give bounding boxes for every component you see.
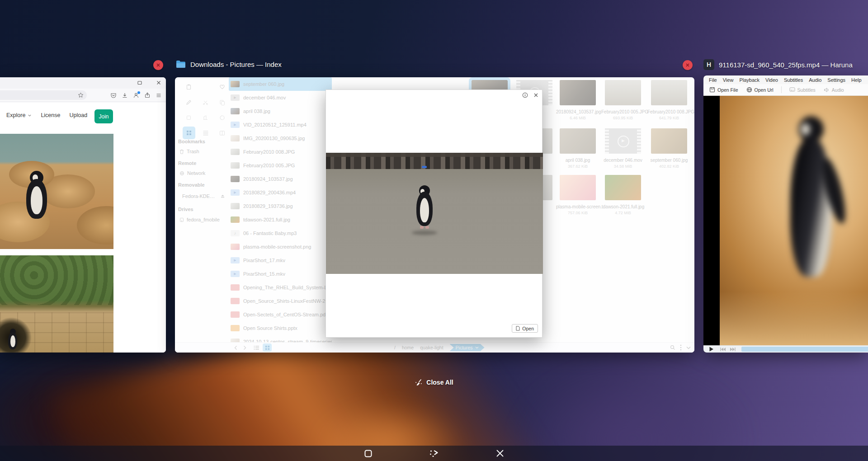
document-icon — [516, 326, 520, 331]
subtitles-icon — [789, 87, 795, 92]
menu-item[interactable]: View — [723, 77, 734, 83]
account-notification-dot — [137, 91, 140, 94]
close-browser-badge[interactable] — [153, 60, 163, 70]
nav-license[interactable]: License — [41, 112, 60, 118]
join-button[interactable]: Join — [94, 109, 113, 123]
rock — [77, 206, 113, 245]
folder-icon — [176, 60, 186, 68]
photo-penguin-stone-wall[interactable] — [0, 255, 113, 353]
haruna-app-icon: H — [703, 59, 714, 70]
haruna-toolbar: Open File Open Url Subtitles Audio — [703, 84, 868, 96]
open-file-button[interactable]: Open File — [707, 86, 741, 94]
nav-upload[interactable]: Upload — [69, 112, 87, 118]
previous-button[interactable] — [720, 347, 726, 352]
window-dolphin[interactable]: Bookmarks Trash Remote Network Removable… — [175, 77, 694, 353]
close-all-button[interactable]: Close All — [415, 378, 453, 386]
chevron-down-icon — [28, 113, 32, 118]
haruna-window-label[interactable]: H 9116137-sd_960_540_25fps.mp4 — Haruna — [703, 59, 853, 70]
toolbar-separator — [781, 86, 782, 93]
haruna-menubar: FileViewPlaybackVideoSubtitlesAudioSetti… — [703, 75, 868, 84]
audio-button[interactable]: Audio — [821, 86, 846, 94]
penguin-figure — [7, 329, 19, 351]
viewer-photo-walking-penguin — [326, 153, 543, 274]
close-window-icon[interactable] — [156, 80, 161, 85]
account-icon[interactable] — [132, 92, 140, 99]
browser-toolbar — [0, 89, 166, 102]
wallpaper-maroon-shade — [0, 343, 231, 461]
haruna-window-title: 9116137-sd_960_540_25fps.mp4 — Haruna — [719, 61, 853, 69]
gesture-nav-bar — [0, 446, 868, 461]
browser-page: Explore License Upload ••• Join — [0, 102, 166, 353]
globe-icon — [746, 87, 752, 93]
close-x-icon[interactable] — [495, 449, 505, 458]
plasma-task-switcher: { "colors":{ "selection_blue":"#cde7f7",… — [0, 0, 868, 461]
open-url-button[interactable]: Open Url — [744, 86, 776, 94]
window-haruna[interactable]: FileViewPlaybackVideoSubtitlesAudioSetti… — [703, 75, 868, 353]
menu-item[interactable]: Audio — [809, 77, 821, 83]
close-all-container: Close All — [0, 378, 868, 386]
disk-icon — [709, 87, 715, 93]
nav-explore[interactable]: Explore — [6, 112, 32, 118]
image-viewer-dialog[interactable]: Open — [326, 89, 542, 338]
menu-item[interactable]: Video — [765, 77, 778, 83]
next-button[interactable] — [730, 347, 736, 352]
close-dolphin-badge[interactable] — [683, 60, 693, 70]
window-browser[interactable]: Explore License Upload ••• Join — [0, 77, 166, 353]
menu-item[interactable]: File — [709, 77, 717, 83]
speaker-icon — [824, 87, 830, 93]
bookmark-star-icon[interactable] — [78, 92, 84, 98]
foliage-texture — [0, 255, 113, 305]
menu-hamburger-icon[interactable] — [155, 92, 162, 99]
subtitles-button[interactable]: Subtitles — [787, 86, 818, 94]
menu-item[interactable]: Subtitles — [784, 77, 803, 83]
penguin-figure — [24, 171, 50, 224]
site-nav: Explore License Upload ••• — [6, 112, 104, 118]
sweep-broom-icon — [415, 378, 423, 386]
penguin-figure — [415, 185, 434, 234]
downloads-icon[interactable] — [121, 92, 128, 99]
close-icon[interactable] — [533, 93, 538, 98]
video-canvas[interactable] — [703, 96, 868, 346]
restore-window-icon[interactable] — [137, 80, 142, 85]
haruna-playbar — [703, 345, 868, 353]
overview-square-icon[interactable] — [363, 449, 373, 458]
pocket-icon[interactable] — [110, 92, 117, 99]
penguin-figure — [783, 116, 851, 315]
menu-item[interactable]: Settings — [827, 77, 845, 83]
dolphin-window-label[interactable]: Downloads - Pictures — Index — [176, 60, 282, 68]
photo-penguin-on-rocks[interactable] — [0, 134, 113, 249]
info-icon[interactable] — [522, 92, 528, 98]
crowd-of-people — [326, 153, 543, 169]
share-icon[interactable] — [144, 92, 151, 99]
menu-item[interactable]: Help — [851, 77, 862, 83]
play-button[interactable] — [709, 347, 714, 352]
seek-bar[interactable] — [741, 347, 868, 352]
dialog-header — [522, 92, 538, 98]
open-button[interactable]: Open — [512, 324, 538, 333]
browser-titlebar — [0, 77, 166, 89]
blue-shoe — [422, 166, 427, 168]
drag-handle-icon[interactable] — [429, 449, 439, 458]
address-bar[interactable] — [0, 90, 87, 100]
dolphin-window-title: Downloads - Pictures — Index — [190, 61, 282, 68]
video-frame-penguin — [720, 96, 868, 346]
menu-item[interactable]: Playback — [739, 77, 760, 83]
